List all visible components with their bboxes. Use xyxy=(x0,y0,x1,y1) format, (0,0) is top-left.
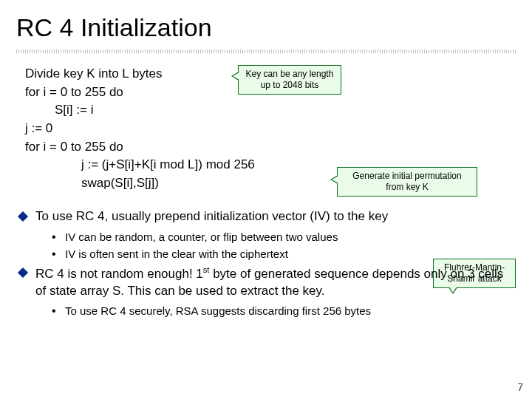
bullet-not-random: RC 4 is not random enough! 1st byte of g… xyxy=(16,265,510,300)
page-title: RC 4 Initialization xyxy=(16,13,516,42)
subbullet-discard-256: To use RC 4 securely, RSA suggests disca… xyxy=(49,304,516,318)
page-number: 7 xyxy=(517,381,523,393)
bullet-text-pre: RC 4 is not random enough! 1 xyxy=(35,267,203,281)
subbullet-iv-random: IV can be random, a counter, or flip bet… xyxy=(49,230,516,245)
callout-permutation: Generate initial permutation from key K xyxy=(337,167,477,197)
callout-text: Generate initial permutation xyxy=(344,171,471,182)
callout-text: from key K xyxy=(344,182,471,193)
subbullet-iv-clear: IV is often sent in the clear with the c… xyxy=(49,247,516,262)
title-divider xyxy=(16,50,516,53)
callout-text: up to 2048 bits xyxy=(245,80,335,91)
bullet-list: To use RC 4, usually prepend initializat… xyxy=(16,208,516,318)
callout-key-length: Key can be any length up to 2048 bits xyxy=(238,65,341,95)
content-area: Divide key K into L bytes for i = 0 to 2… xyxy=(16,65,516,319)
algo-line-3: S[i] := i xyxy=(55,101,516,120)
bullet-iv: To use RC 4, usually prepend initializat… xyxy=(16,208,510,225)
algo-line-5: for i = 0 to 255 do xyxy=(25,138,516,157)
callout-text: Key can be any length xyxy=(245,69,335,80)
algo-line-4: j := 0 xyxy=(25,120,516,138)
